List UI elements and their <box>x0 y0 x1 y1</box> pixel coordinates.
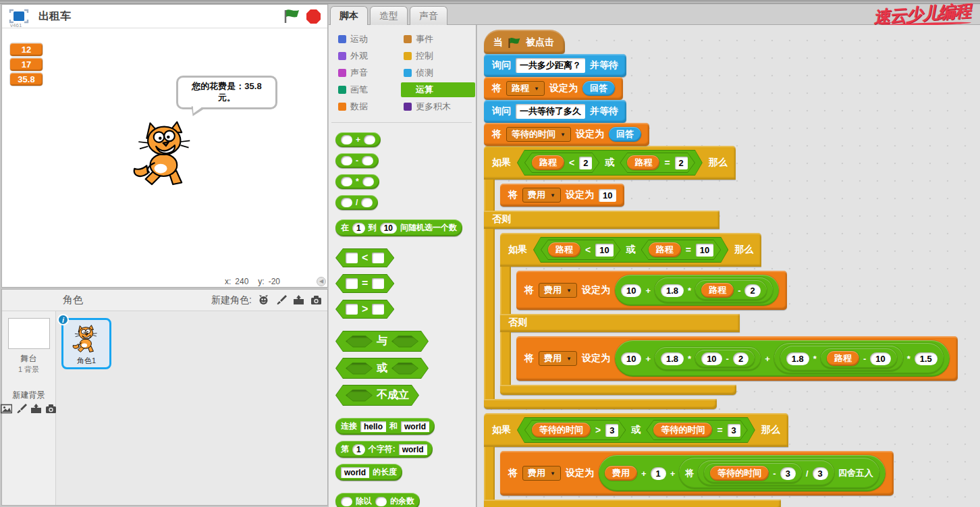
less-than-condition[interactable]: 路程 < 2 <box>524 153 599 173</box>
multiply-expression[interactable]: 1.8 * 路程 - 10 * <box>774 343 944 374</box>
if-block[interactable]: 如果 等待的时间 > 3 或 等待的时间 = 3 <box>484 413 894 507</box>
subtract-expression[interactable]: 10 - 2 <box>695 350 755 368</box>
variable-dropdown[interactable]: 费用▼ <box>539 283 577 298</box>
number-slot[interactable]: 2 <box>675 157 688 169</box>
category-pen[interactable]: 画笔 <box>335 82 401 97</box>
number-slot[interactable]: 3 <box>813 467 828 480</box>
divide-expression[interactable]: 等待的时间 - 3 / 3 <box>698 460 834 486</box>
variable-dropdown[interactable]: 费用▼ <box>522 466 561 481</box>
if-else-block[interactable]: 如果 路程 < 2 或 路程 = 2 那 <box>484 146 958 409</box>
subtract-expression[interactable]: 路程 - 2 <box>695 280 767 300</box>
add-expression[interactable]: 10 + 1.8 * 路程 - 2 <box>615 275 779 306</box>
variable-reporter[interactable]: 等待的时间 <box>710 466 769 481</box>
variable-reporter[interactable]: 等待的时间 <box>532 423 591 437</box>
question-slot[interactable]: 一共等待了多久 <box>516 104 585 119</box>
number-slot[interactable]: 10 <box>696 244 713 257</box>
stage-canvas[interactable]: 12 17 35.8 您的花费是：35.8 元。 <box>2 28 327 276</box>
add-expression[interactable]: 10 + 1.8 * 10 - 2 <box>615 340 950 377</box>
stage-size-icon[interactable] <box>9 9 29 24</box>
variable-dropdown[interactable]: 等待的时间▼ <box>506 127 571 142</box>
or-condition[interactable]: 路程 < 2 或 路程 = 2 <box>517 150 703 176</box>
camera-sprite-icon[interactable] <box>310 295 322 305</box>
set-variable-block[interactable]: 将 费用▼ 设定为 10 + 1.8 * <box>516 271 787 310</box>
text-slot[interactable]: hello <box>360 421 386 432</box>
number-slot[interactable]: 3 <box>728 424 740 437</box>
palette-subtract-block[interactable]: - <box>335 153 379 168</box>
palette-multiply-block[interactable]: * <box>335 174 379 189</box>
variable-dropdown[interactable]: 路程▼ <box>506 81 545 96</box>
number-slot[interactable]: 1.5 <box>915 352 937 365</box>
upload-sprite-icon[interactable] <box>293 295 304 305</box>
palette-and-block[interactable]: 与 <box>335 331 429 352</box>
question-slot[interactable]: 一共多少距离？ <box>516 58 585 73</box>
palette-equals-block[interactable]: = <box>335 274 394 293</box>
greater-than-condition[interactable]: 等待的时间 > 3 <box>524 420 626 440</box>
if-header[interactable]: 如果 路程 < 2 或 路程 = 2 那 <box>484 146 736 180</box>
sprite-info-icon[interactable] <box>57 314 69 325</box>
if-else-block[interactable]: 如果 路程 < 10 或 路程 = <box>500 233 958 395</box>
variable-reporter[interactable]: 费用 <box>605 466 637 481</box>
number-slot[interactable]: 10 <box>595 244 613 257</box>
sprite-thumbnail-card[interactable]: 角色1 <box>61 318 111 369</box>
equals-condition[interactable]: 路程 = 10 <box>641 240 722 260</box>
number-slot[interactable]: 3 <box>605 424 618 437</box>
number-slot[interactable]: 3 <box>780 467 796 480</box>
category-looks[interactable]: 外观 <box>335 49 401 63</box>
script-area[interactable]: 当 被点击 询问 一共多少距离？ 并等待 将 路程▼ 设定为 回答 询问 <box>477 25 980 507</box>
variable-dropdown[interactable]: 费用▼ <box>522 188 561 203</box>
number-slot[interactable]: 10 <box>870 352 890 365</box>
tab-sounds[interactable]: 声音 <box>410 6 447 27</box>
text-slot[interactable]: world <box>401 421 429 432</box>
category-motion[interactable]: 运动 <box>335 32 401 47</box>
answer-reporter[interactable]: 回答 <box>609 127 641 142</box>
tab-costumes[interactable]: 造型 <box>370 6 408 27</box>
variable-reporter[interactable]: 路程 <box>532 155 564 170</box>
ask-and-wait-block[interactable]: 询问 一共多少距离？ 并等待 <box>484 54 626 77</box>
set-variable-block[interactable]: 将 等待的时间▼ 设定为 回答 <box>484 123 649 146</box>
when-flag-clicked-block[interactable]: 当 被点击 <box>484 30 565 54</box>
number-slot[interactable]: 1 <box>352 223 365 234</box>
variable-reporter[interactable]: 路程 <box>649 242 681 257</box>
text-slot[interactable]: world <box>399 444 427 455</box>
new-sprite-library-icon[interactable] <box>258 295 269 305</box>
set-variable-block[interactable]: 将 费用▼ 设定为 10 + 1.8 * <box>516 336 958 381</box>
variable-reporter[interactable]: 路程 <box>627 155 659 170</box>
number-slot[interactable]: 2 <box>744 284 760 297</box>
category-events[interactable]: 事件 <box>401 32 475 47</box>
or-condition[interactable]: 等待的时间 > 3 或 等待的时间 = 3 <box>517 417 755 443</box>
answer-reporter[interactable]: 回答 <box>582 81 615 96</box>
upload-backdrop-icon[interactable] <box>30 404 42 414</box>
category-control[interactable]: 控制 <box>401 49 475 63</box>
paint-backdrop-icon[interactable] <box>16 404 27 414</box>
palette-letter-of-block[interactable]: 第 1 个字符: world <box>335 441 433 458</box>
palette-length-of-block[interactable]: world 的长度 <box>335 464 402 481</box>
multiply-expression[interactable]: 1.8 * 路程 - 2 <box>655 277 773 303</box>
round-expression[interactable]: 将 等待的时间 - 3 / 3 <box>679 458 879 489</box>
palette-add-block[interactable]: + <box>335 132 381 147</box>
set-variable-block[interactable]: 将 费用▼ 设定为 费用 + 1 + 将 <box>500 451 894 496</box>
subtract-expression[interactable]: 等待的时间 - 3 <box>704 463 802 483</box>
number-slot[interactable]: 1 <box>352 444 365 455</box>
variable-readout[interactable]: 17 <box>10 58 43 71</box>
if-header[interactable]: 如果 路程 < 10 或 路程 = <box>500 233 761 267</box>
variable-reporter[interactable]: 路程 <box>548 242 580 257</box>
variable-readout[interactable]: 12 <box>10 43 43 56</box>
backdrop-library-icon[interactable] <box>1 404 12 414</box>
category-sound[interactable]: 声音 <box>335 65 401 80</box>
green-flag-button[interactable] <box>283 9 300 24</box>
palette-divide-block[interactable]: / <box>335 195 378 210</box>
add-expression[interactable]: 费用 + 1 + 将 等待的时间 - 3 <box>599 455 886 491</box>
category-data[interactable]: 数据 <box>335 99 401 114</box>
palette-or-block[interactable]: 或 <box>335 358 429 379</box>
stop-button[interactable] <box>306 9 321 24</box>
palette-less-than-block[interactable]: < <box>335 248 394 267</box>
number-slot[interactable]: 2 <box>733 352 748 365</box>
subtract-expression[interactable]: 路程 - 10 <box>821 348 897 369</box>
if-header[interactable]: 如果 等待的时间 > 3 或 等待的时间 = 3 <box>484 413 788 447</box>
palette-join-block[interactable]: 连接 hello 和 world <box>335 418 435 435</box>
number-slot[interactable]: 10 <box>701 352 722 365</box>
text-slot[interactable]: world <box>341 467 369 478</box>
number-slot[interactable]: 10 <box>380 223 397 234</box>
category-more-blocks[interactable]: 更多积木 <box>401 99 475 114</box>
number-slot[interactable]: 2 <box>579 157 592 169</box>
